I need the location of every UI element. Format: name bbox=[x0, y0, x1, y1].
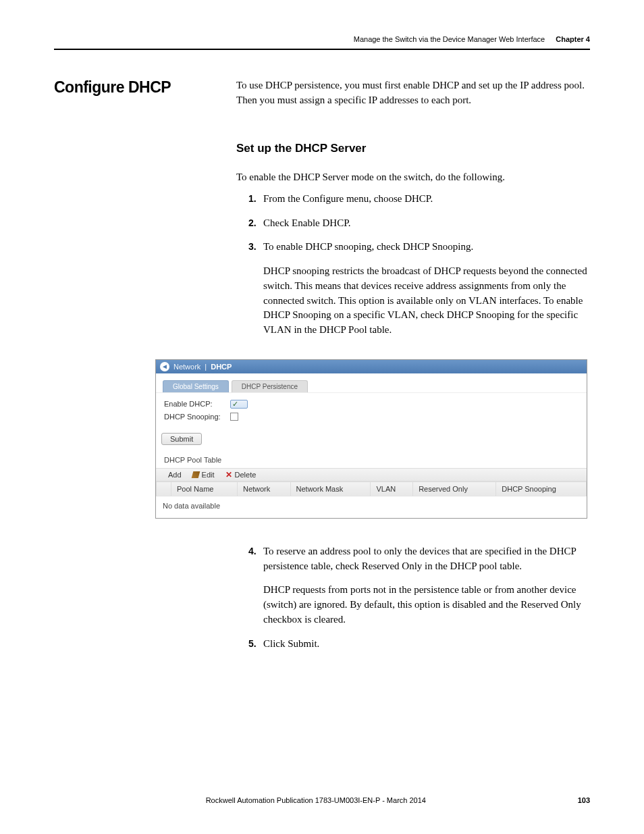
steps-list-a: 1. From the Configure menu, choose DHCP.… bbox=[248, 192, 590, 338]
steps-list-b: 4. To reserve an address pool to only th… bbox=[248, 544, 590, 652]
step-1: 1. From the Configure menu, choose DHCP. bbox=[248, 192, 590, 207]
panel-titlebar: ◄ Network | DHCP bbox=[156, 360, 587, 373]
enable-dhcp-label: Enable DHCP: bbox=[164, 400, 225, 408]
step-followup: DHCP snooping restricts the broadcast of… bbox=[263, 264, 590, 338]
dhcp-snooping-label: DHCP Snooping: bbox=[164, 413, 225, 421]
step-number: 1. bbox=[248, 192, 257, 205]
pool-toolbar: Add Edit ✕ Delete bbox=[156, 468, 587, 481]
tab-bar: Global Settings DHCP Persistence bbox=[156, 380, 587, 393]
breadcrumb-separator: | bbox=[205, 363, 207, 371]
step-3: 3. To enable DHCP snooping, check DHCP S… bbox=[248, 240, 590, 338]
delete-label: Delete bbox=[235, 471, 257, 479]
col-network-mask[interactable]: Network Mask bbox=[290, 481, 371, 496]
tab-dhcp-persistence[interactable]: DHCP Persistence bbox=[232, 380, 308, 392]
dhcp-pool-table: Pool Name Network Network Mask VLAN Rese… bbox=[156, 481, 587, 496]
delete-button[interactable]: ✕ Delete bbox=[225, 471, 257, 479]
running-title: Manage the Switch via the Device Manager… bbox=[354, 35, 545, 43]
step-4: 4. To reserve an address pool to only th… bbox=[248, 544, 590, 627]
delete-icon: ✕ bbox=[225, 471, 232, 478]
add-label: Add bbox=[168, 471, 182, 479]
step-number: 2. bbox=[248, 216, 257, 230]
step-number: 5. bbox=[248, 637, 257, 650]
col-network[interactable]: Network bbox=[237, 481, 290, 496]
dhcp-settings-panel: ◄ Network | DHCP Global Settings DHCP Pe… bbox=[155, 359, 587, 519]
step-number: 4. bbox=[248, 544, 257, 558]
submit-button[interactable]: Submit bbox=[161, 433, 202, 445]
col-reserved-only[interactable]: Reserved Only bbox=[413, 481, 496, 496]
step-text: To enable DHCP snooping, check DHCP Snoo… bbox=[263, 240, 590, 255]
subheading: Set up the DHCP Server bbox=[236, 140, 590, 157]
dhcp-snooping-checkbox[interactable] bbox=[230, 413, 238, 421]
step-5: 5. Click Submit. bbox=[248, 637, 590, 652]
edit-label: Edit bbox=[202, 471, 215, 479]
lead-sentence: To enable the DHCP Server mode on the sw… bbox=[236, 170, 590, 185]
col-checkbox[interactable] bbox=[157, 481, 171, 496]
table-header-row: Pool Name Network Network Mask VLAN Rese… bbox=[157, 481, 587, 496]
section-title: Configure DHCP bbox=[54, 78, 209, 97]
intro-paragraph: To use DHCP persistence, you must first … bbox=[236, 78, 590, 108]
step-text: From the Configure menu, choose DHCP. bbox=[263, 192, 590, 207]
check-icon: ✓ bbox=[232, 400, 238, 409]
step-2: 2. Check Enable DHCP. bbox=[248, 216, 590, 231]
page-number: 103 bbox=[578, 796, 590, 804]
tab-global-settings[interactable]: Global Settings bbox=[163, 380, 229, 392]
running-header: Manage the Switch via the Device Manager… bbox=[54, 35, 590, 50]
publication-line: Rockwell Automation Publication 1783-UM0… bbox=[54, 796, 578, 804]
dhcp-snooping-row: DHCP Snooping: bbox=[164, 413, 579, 421]
step-number: 3. bbox=[248, 240, 257, 253]
enable-dhcp-row: Enable DHCP: ✓ bbox=[164, 400, 579, 409]
col-dhcp-snooping[interactable]: DHCP Snooping bbox=[496, 481, 587, 496]
step-text: Click Submit. bbox=[263, 637, 590, 652]
add-button[interactable]: Add bbox=[168, 471, 182, 479]
table-empty-message: No data available bbox=[156, 496, 587, 515]
enable-dhcp-toggle[interactable]: ✓ bbox=[230, 400, 248, 409]
col-pool-name[interactable]: Pool Name bbox=[171, 481, 238, 496]
pool-table-label: DHCP Pool Table bbox=[156, 452, 587, 468]
breadcrumb-current: DHCP bbox=[211, 363, 232, 371]
pencil-icon bbox=[191, 471, 200, 478]
page-footer: Rockwell Automation Publication 1783-UM0… bbox=[0, 796, 644, 804]
back-icon[interactable]: ◄ bbox=[160, 362, 169, 371]
step-followup: DHCP requests from ports not in the pers… bbox=[263, 583, 590, 627]
col-vlan[interactable]: VLAN bbox=[371, 481, 413, 496]
edit-button[interactable]: Edit bbox=[192, 471, 215, 479]
step-text: Check Enable DHCP. bbox=[263, 216, 590, 231]
breadcrumb-parent[interactable]: Network bbox=[173, 363, 200, 371]
step-text: To reserve an address pool to only the d… bbox=[263, 544, 590, 574]
chapter-label: Chapter 4 bbox=[556, 35, 590, 43]
